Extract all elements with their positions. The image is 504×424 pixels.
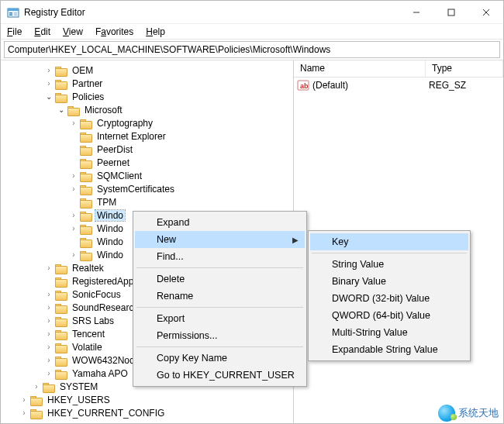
column-name[interactable]: Name: [294, 60, 426, 77]
ctx-export[interactable]: Export: [135, 310, 305, 327]
new-expandstring-value[interactable]: Expandable String Value: [310, 341, 468, 358]
folder-icon: [30, 395, 43, 405]
address-bar[interactable]: Computer\HKEY_LOCAL_MACHINE\SOFTWARE\Pol…: [4, 41, 500, 58]
chevron-right-icon[interactable]: ›: [69, 119, 78, 128]
close-button[interactable]: [468, 1, 503, 24]
chevron-right-icon[interactable]: ›: [44, 356, 54, 365]
menu-edit[interactable]: Edit: [33, 26, 52, 38]
menu-separator: [136, 346, 303, 347]
window-title: Registry Editor: [24, 7, 85, 18]
column-type[interactable]: Type: [426, 60, 503, 77]
folder-icon: [80, 210, 92, 221]
ctx-find[interactable]: Find...: [135, 248, 305, 265]
ctx-new-label: New: [157, 234, 176, 245]
ctx-expand[interactable]: Expand: [135, 214, 305, 231]
new-qword-value[interactable]: QWORD (64-bit) Value: [310, 307, 468, 324]
chevron-right-icon[interactable]: ›: [44, 66, 54, 75]
chevron-right-icon[interactable]: ›: [69, 184, 78, 194]
chevron-right-icon[interactable]: ›: [44, 264, 54, 273]
ctx-delete[interactable]: Delete: [135, 271, 305, 288]
chevron-right-icon[interactable]: ›: [19, 395, 29, 405]
tree-item-windows-3[interactable]: Windo: [95, 236, 125, 247]
tree-item-volatile[interactable]: Volatile: [71, 342, 104, 353]
chevron-right-icon[interactable]: ›: [32, 382, 41, 391]
folder-icon: [55, 315, 67, 326]
tree-item-sqmclient[interactable]: SQMClient: [95, 171, 143, 181]
svg-rect-7: [448, 9, 454, 16]
new-multistring-value[interactable]: Multi-String Value: [310, 324, 468, 341]
menu-help[interactable]: Help: [144, 26, 167, 38]
folder-icon: [80, 184, 92, 195]
tree-item-yamaha[interactable]: Yamaha APO: [71, 368, 129, 379]
ctx-permissions[interactable]: Permissions...: [135, 327, 305, 344]
chevron-right-icon[interactable]: ›: [44, 316, 54, 326]
new-key[interactable]: Key: [310, 233, 468, 250]
folder-icon: [80, 118, 92, 129]
minimize-button[interactable]: [399, 1, 433, 24]
tree-item-system[interactable]: SYSTEM: [58, 381, 99, 392]
folder-icon: [55, 263, 67, 274]
tree-item-windows-2[interactable]: Windo: [95, 223, 125, 234]
tree-item-registeredapp[interactable]: RegisteredApp: [71, 276, 135, 287]
tree-item-ie[interactable]: Internet Explorer: [95, 131, 167, 142]
svg-text:ab: ab: [300, 82, 309, 90]
folder-icon: [55, 65, 67, 76]
chevron-right-icon[interactable]: ›: [69, 171, 78, 181]
tree-item-windows-selected[interactable]: Windo: [95, 210, 125, 221]
chevron-right-icon[interactable]: ›: [69, 224, 78, 233]
chevron-right-icon[interactable]: ›: [69, 250, 78, 260]
chevron-right-icon[interactable]: ›: [44, 79, 54, 88]
tree-item-peerdist[interactable]: PeerDist: [95, 144, 134, 155]
ctx-new[interactable]: New ▶: [135, 231, 305, 248]
values-header: Name Type: [294, 60, 503, 78]
tree-item-tencent[interactable]: Tencent: [71, 329, 106, 340]
tree-item-systemcertificates[interactable]: SystemCertificates: [95, 184, 176, 195]
ctx-goto-hkcu[interactable]: Go to HKEY_CURRENT_USER: [135, 367, 305, 384]
tree-item-oem[interactable]: OEM: [71, 65, 95, 76]
tree-item-srslabs[interactable]: SRS Labs: [71, 315, 116, 326]
chevron-right-icon[interactable]: ›: [44, 329, 54, 339]
folder-icon: [55, 302, 67, 313]
new-string-value[interactable]: String Value: [310, 256, 468, 273]
value-type: REG_SZ: [429, 80, 500, 91]
chevron-right-icon[interactable]: ›: [19, 408, 29, 418]
ctx-rename[interactable]: Rename: [135, 288, 305, 305]
tree-item-peernet[interactable]: Peernet: [95, 157, 131, 168]
chevron-right-icon[interactable]: ›: [44, 369, 54, 378]
value-row[interactable]: ab (Default) REG_SZ: [294, 78, 503, 93]
value-name: (Default): [312, 80, 429, 91]
chevron-down-icon[interactable]: ⌄: [44, 92, 54, 102]
chevron-right-icon[interactable]: ›: [44, 303, 54, 312]
new-dword-value[interactable]: DWORD (32-bit) Value: [310, 290, 468, 307]
tree-item-windows-4[interactable]: Windo: [95, 250, 125, 260]
folder-icon: [55, 342, 67, 353]
tree-item-wow6432[interactable]: WOW6432Noc: [71, 355, 136, 366]
tree-item-policies[interactable]: Policies: [71, 91, 105, 102]
maximize-button[interactable]: [433, 1, 468, 24]
title-bar: Registry Editor: [1, 1, 503, 24]
folder-icon: [80, 144, 92, 155]
chevron-right-icon[interactable]: ›: [44, 343, 54, 352]
svg-rect-5: [14, 14, 17, 16]
menu-favorites[interactable]: Favorites: [94, 26, 135, 38]
tree-item-partner[interactable]: Partner: [71, 78, 104, 89]
menu-bar: File Edit View Favorites Help: [1, 24, 503, 40]
chevron-right-icon[interactable]: ›: [69, 211, 78, 220]
tree-item-hkcc[interactable]: HKEY_CURRENT_CONFIG: [46, 408, 166, 419]
chevron-down-icon[interactable]: ⌄: [57, 105, 66, 115]
ctx-copy-key-name[interactable]: Copy Key Name: [135, 350, 305, 367]
tree-item-cryptography[interactable]: Cryptography: [95, 118, 154, 129]
tree-item-sonicfocus[interactable]: SonicFocus: [71, 289, 123, 300]
tree-item-tpm[interactable]: TPM: [95, 197, 118, 208]
globe-icon: [438, 405, 455, 422]
menu-file[interactable]: File: [5, 26, 23, 38]
chevron-right-icon[interactable]: ›: [44, 290, 54, 299]
tree-item-hkusers[interactable]: HKEY_USERS: [46, 395, 112, 405]
tree-item-microsoft[interactable]: Microsoft: [83, 105, 124, 115]
tree-item-soundresearch[interactable]: SoundResearch: [71, 302, 140, 313]
tree-item-realtek[interactable]: Realtek: [71, 263, 105, 274]
menu-view[interactable]: View: [61, 26, 85, 38]
submenu-arrow-icon: ▶: [292, 236, 299, 244]
new-binary-value[interactable]: Binary Value: [310, 273, 468, 290]
folder-icon: [80, 197, 92, 208]
